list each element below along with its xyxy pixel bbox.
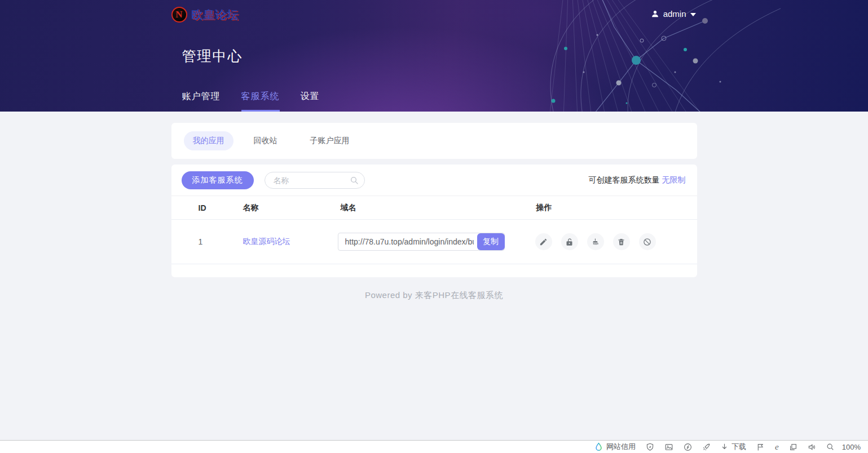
page-zoom-button[interactable]: 100% <box>826 443 861 451</box>
copy-button[interactable]: 复制 <box>477 233 505 250</box>
brand-logo[interactable]: N 欧皇论坛 <box>171 7 239 23</box>
quota-label: 可创建客服系统数量 <box>589 175 660 184</box>
subtab-recycle-bin[interactable]: 回收站 <box>245 131 287 150</box>
col-header-actions: 操作 <box>536 203 680 213</box>
subtab-my-apps[interactable]: 我的应用 <box>184 131 233 150</box>
search-icon[interactable] <box>350 176 359 185</box>
disable-button[interactable] <box>639 233 656 250</box>
delete-button[interactable] <box>613 233 630 250</box>
image-icon <box>664 443 673 451</box>
table-card: 添加客服系统 可创建客服系统数量无限制 ID 名称 域名 操作 1 欧皇源码论坛 <box>171 165 697 277</box>
chevron-down-icon <box>690 13 696 16</box>
subtabs-card: 我的应用 回收站 子账户应用 <box>171 123 697 159</box>
window-restore-button[interactable] <box>789 443 797 451</box>
brand-name: 欧皇论坛 <box>192 7 239 23</box>
col-header-domain: 域名 <box>341 203 536 213</box>
mute-button[interactable] <box>808 443 816 451</box>
download-label: 下载 <box>732 442 746 452</box>
header-banner: N 欧皇论坛 admin 管理中心 账户管理 客服系统 设置 <box>0 0 868 112</box>
add-service-system-button[interactable]: 添加客服系统 <box>182 171 254 189</box>
user-icon <box>651 10 659 18</box>
site-credit-label: 网站信用 <box>606 442 636 452</box>
screen: N 欧皇论坛 admin 管理中心 账户管理 客服系统 设置 我的应用 回收站 … <box>0 0 868 453</box>
col-header-id: ID <box>199 203 243 212</box>
domain-url-group: 复制 <box>338 233 505 251</box>
download-arrow-icon <box>721 443 728 451</box>
shield-icon <box>646 443 654 451</box>
subtab-subaccount-apps[interactable]: 子账户应用 <box>301 131 359 150</box>
pencil-icon <box>539 238 548 246</box>
table-toolbar: 添加客服系统 可创建客服系统数量无限制 <box>171 165 697 196</box>
table-row: 1 欧皇源码论坛 复制 <box>171 220 697 264</box>
browser-status-bar: 网站信用 下载 e 100% <box>0 440 868 453</box>
site-credit-item[interactable]: 网站信用 <box>594 442 636 452</box>
unlock-button[interactable] <box>561 233 578 250</box>
col-header-name: 名称 <box>243 203 341 213</box>
cell-actions <box>535 233 680 250</box>
window-restore-icon <box>789 443 797 451</box>
clean-button[interactable] <box>587 233 604 250</box>
speaker-icon <box>808 443 816 451</box>
main-content: 我的应用 回收站 子账户应用 添加客服系统 可创建客服系统数量无限制 ID 名称… <box>0 112 868 440</box>
quota-info: 可创建客服系统数量无限制 <box>589 175 686 185</box>
username: admin <box>663 9 686 19</box>
tab-settings[interactable]: 设置 <box>301 91 320 112</box>
edit-button[interactable] <box>535 233 552 250</box>
table-header-row: ID 名称 域名 操作 <box>171 196 697 220</box>
tab-customer-service-system[interactable]: 客服系统 <box>241 91 280 112</box>
zoom-level: 100% <box>842 443 861 451</box>
no-trace-button[interactable] <box>702 443 711 451</box>
search-wrap <box>265 172 365 189</box>
flag-icon <box>756 443 765 451</box>
cell-id: 1 <box>199 237 243 246</box>
cell-name-link[interactable]: 欧皇源码论坛 <box>243 237 341 247</box>
ie-compat-icon: e <box>775 442 779 452</box>
download-item[interactable]: 下载 <box>721 442 746 452</box>
security-shield-button[interactable] <box>646 443 654 451</box>
quota-value-link[interactable]: 无限制 <box>662 175 686 184</box>
compatibility-mode-button[interactable]: e <box>775 442 779 452</box>
trash-icon <box>617 238 625 246</box>
broom-icon <box>591 238 600 246</box>
report-flag-button[interactable] <box>756 443 765 451</box>
tab-account-management[interactable]: 账户管理 <box>182 91 221 112</box>
ban-icon <box>643 238 651 246</box>
powered-by-text: Powered by 来客PHP在线客服系统 <box>0 290 868 301</box>
nav-tabs: 账户管理 客服系统 设置 <box>182 91 341 112</box>
unlock-icon <box>565 238 574 246</box>
speedometer-icon <box>684 443 692 451</box>
cell-domain: 复制 <box>341 233 536 251</box>
magnifier-icon <box>826 443 834 451</box>
page-title: 管理中心 <box>182 47 243 65</box>
water-drop-icon <box>594 442 603 451</box>
user-menu[interactable]: admin <box>651 9 696 19</box>
speed-mode-button[interactable] <box>684 443 692 451</box>
image-toggle-button[interactable] <box>664 443 673 451</box>
rocket-icon <box>702 443 711 451</box>
brand-emblem-icon: N <box>171 7 187 23</box>
